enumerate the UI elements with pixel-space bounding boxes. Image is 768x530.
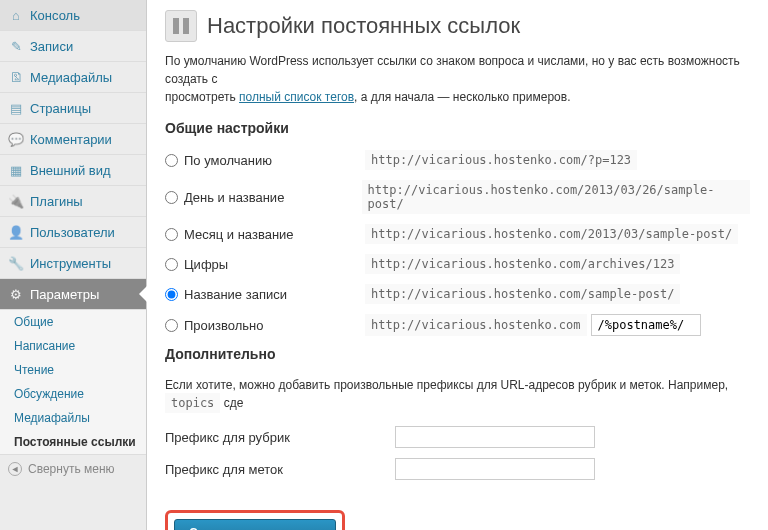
- menu-plugins[interactable]: 🔌Плагины: [0, 186, 146, 217]
- media-icon: 🖻: [8, 69, 24, 85]
- appearance-icon: ▦: [8, 162, 24, 178]
- menu-appearance[interactable]: ▦Внешний вид: [0, 155, 146, 186]
- settings-icon: ⚙: [8, 286, 24, 302]
- menu-label: Внешний вид: [30, 163, 111, 178]
- radio-label: Месяц и название: [184, 227, 294, 242]
- menu-tools[interactable]: 🔧Инструменты: [0, 248, 146, 279]
- menu-label: Медиафайлы: [30, 70, 112, 85]
- page-icon: ▤: [8, 100, 24, 116]
- menu-dashboard[interactable]: ⌂Консоль: [0, 0, 146, 31]
- permalink-icon: [165, 10, 197, 42]
- svg-rect-0: [173, 18, 179, 34]
- plugin-icon: 🔌: [8, 193, 24, 209]
- users-icon: 👤: [8, 224, 24, 240]
- page-title: Настройки постоянных ссылок: [207, 13, 520, 39]
- menu-label: Записи: [30, 39, 73, 54]
- menu-label: Комментарии: [30, 132, 112, 147]
- main-content: Настройки постоянных ссылок По умолчанию…: [147, 0, 768, 530]
- radio-label: По умолчанию: [184, 153, 272, 168]
- sample-numeric: http://vicarious.hostenko.com/archives/1…: [365, 254, 680, 274]
- category-base-input[interactable]: [395, 426, 595, 448]
- radio-default[interactable]: [165, 154, 178, 167]
- menu-label: Консоль: [30, 8, 80, 23]
- radio-label: Произвольно: [184, 318, 264, 333]
- tools-icon: 🔧: [8, 255, 24, 271]
- radio-monthname[interactable]: [165, 228, 178, 241]
- menu-label: Страницы: [30, 101, 91, 116]
- tag-base-label: Префикс для меток: [165, 462, 395, 477]
- pin-icon: ✎: [8, 38, 24, 54]
- submenu-writing[interactable]: Написание: [0, 334, 146, 358]
- sample-default: http://vicarious.hostenko.com/?p=123: [365, 150, 637, 170]
- submit-highlight: Сохранить изменения: [165, 510, 345, 530]
- radio-label: День и название: [184, 190, 284, 205]
- collapse-label: Свернуть меню: [28, 462, 115, 476]
- optional-heading: Дополнительно: [165, 346, 750, 362]
- collapse-menu[interactable]: ◄Свернуть меню: [0, 454, 146, 483]
- svg-rect-1: [183, 18, 189, 34]
- submenu-discussion[interactable]: Обсуждение: [0, 382, 146, 406]
- submenu-reading[interactable]: Чтение: [0, 358, 146, 382]
- common-heading: Общие настройки: [165, 120, 750, 136]
- menu-settings[interactable]: ⚙Параметры: [0, 279, 146, 310]
- radio-postname[interactable]: [165, 288, 178, 301]
- sample-postname: http://vicarious.hostenko.com/sample-pos…: [365, 284, 680, 304]
- category-base-label: Префикс для рубрик: [165, 430, 395, 445]
- menu-users[interactable]: 👤Пользователи: [0, 217, 146, 248]
- menu-label: Инструменты: [30, 256, 111, 271]
- menu-label: Параметры: [30, 287, 99, 302]
- settings-submenu: Общие Написание Чтение Обсуждение Медиаф…: [0, 310, 146, 454]
- comment-icon: 💬: [8, 131, 24, 147]
- menu-comments[interactable]: 💬Комментарии: [0, 124, 146, 155]
- submenu-media[interactable]: Медиафайлы: [0, 406, 146, 430]
- radio-custom[interactable]: [165, 319, 178, 332]
- custom-structure-input[interactable]: [591, 314, 701, 336]
- radio-label: Название записи: [184, 287, 287, 302]
- menu-pages[interactable]: ▤Страницы: [0, 93, 146, 124]
- custom-prefix: http://vicarious.hostenko.com: [365, 314, 587, 336]
- admin-sidebar: ⌂Консоль ✎Записи 🖻Медиафайлы ▤Страницы 💬…: [0, 0, 147, 530]
- radio-label: Цифры: [184, 257, 228, 272]
- sample-monthname: http://vicarious.hostenko.com/2013/03/sa…: [365, 224, 738, 244]
- submenu-permalinks[interactable]: Постоянные ссылки: [0, 430, 146, 454]
- menu-label: Пользователи: [30, 225, 115, 240]
- collapse-icon: ◄: [8, 462, 22, 476]
- menu-posts[interactable]: ✎Записи: [0, 31, 146, 62]
- save-button[interactable]: Сохранить изменения: [174, 519, 336, 530]
- tags-list-link[interactable]: полный список тегов: [239, 90, 354, 104]
- radio-numeric[interactable]: [165, 258, 178, 271]
- submenu-general[interactable]: Общие: [0, 310, 146, 334]
- radio-dayname[interactable]: [165, 191, 178, 204]
- dashboard-icon: ⌂: [8, 7, 24, 23]
- page-description: По умолчанию WordPress использует ссылки…: [165, 52, 750, 106]
- sample-dayname: http://vicarious.hostenko.com/2013/03/26…: [362, 180, 750, 214]
- optional-description: Если хотите, можно добавить произвольные…: [165, 376, 750, 412]
- menu-label: Плагины: [30, 194, 83, 209]
- menu-media[interactable]: 🖻Медиафайлы: [0, 62, 146, 93]
- tag-base-input[interactable]: [395, 458, 595, 480]
